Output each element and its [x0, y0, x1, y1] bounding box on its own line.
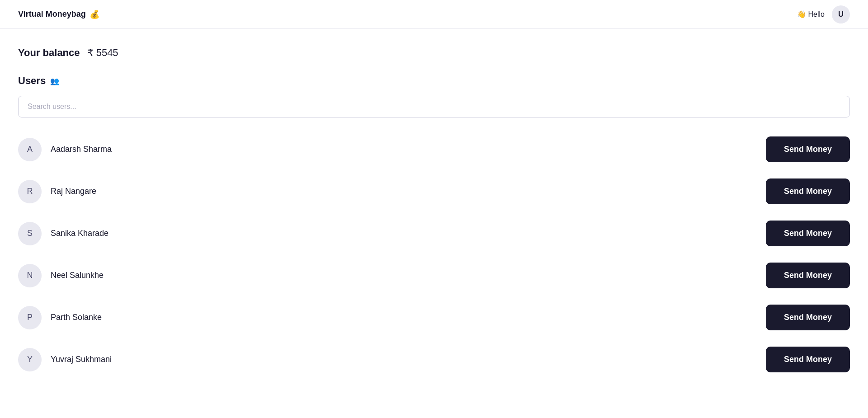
user-row: S Sanika Kharade Send Money: [18, 212, 850, 254]
user-left-5: Y Yuvraj Sukhmani: [18, 348, 112, 371]
user-avatar[interactable]: U: [832, 5, 850, 23]
app-title: Virtual Moneybag 💰: [18, 9, 99, 19]
user-initial-avatar: P: [18, 306, 42, 329]
search-input[interactable]: [18, 96, 850, 117]
user-left-4: P Parth Solanke: [18, 306, 102, 329]
user-name: Aadarsh Sharma: [51, 145, 112, 154]
user-row: R Raj Nangare Send Money: [18, 170, 850, 212]
send-money-button[interactable]: Send Money: [766, 136, 850, 162]
users-section-title: Users 👥: [18, 75, 850, 87]
send-money-button[interactable]: Send Money: [766, 178, 850, 204]
user-initial-avatar: Y: [18, 348, 42, 371]
main-content: Your balance ₹ 5545 Users 👥 A Aadarsh Sh…: [0, 29, 868, 399]
users-emoji: 👥: [50, 77, 59, 85]
greeting-text: 👋 Hello: [797, 10, 825, 19]
balance-section: Your balance ₹ 5545: [18, 47, 850, 59]
user-row: N Neel Salunkhe Send Money: [18, 254, 850, 296]
user-left-0: A Aadarsh Sharma: [18, 138, 112, 161]
user-name: Parth Solanke: [51, 313, 102, 322]
send-money-button[interactable]: Send Money: [766, 263, 850, 288]
header-right: 👋 Hello U: [797, 5, 850, 23]
user-row: A Aadarsh Sharma Send Money: [18, 128, 850, 170]
app-name-text: Virtual Moneybag: [18, 9, 86, 19]
app-header: Virtual Moneybag 💰 👋 Hello U: [0, 0, 868, 29]
user-initial-avatar: A: [18, 138, 42, 161]
user-name: Raj Nangare: [51, 187, 96, 196]
users-label: Users: [18, 75, 46, 87]
balance-amount: ₹ 5545: [87, 47, 118, 59]
send-money-button[interactable]: Send Money: [766, 347, 850, 372]
user-initial-avatar: N: [18, 264, 42, 287]
user-left-3: N Neel Salunkhe: [18, 264, 104, 287]
balance-label: Your balance: [18, 47, 80, 59]
user-left-1: R Raj Nangare: [18, 180, 96, 203]
user-name: Neel Salunkhe: [51, 271, 104, 280]
user-left-2: S Sanika Kharade: [18, 222, 108, 245]
user-name: Yuvraj Sukhmani: [51, 355, 112, 364]
user-initial-avatar: S: [18, 222, 42, 245]
send-money-button[interactable]: Send Money: [766, 305, 850, 330]
users-list: A Aadarsh Sharma Send Money R Raj Nangar…: [18, 128, 850, 380]
app-emoji: 💰: [90, 9, 99, 19]
user-row: Y Yuvraj Sukhmani Send Money: [18, 338, 850, 380]
user-initial-avatar: R: [18, 180, 42, 203]
user-name: Sanika Kharade: [51, 229, 108, 238]
send-money-button[interactable]: Send Money: [766, 221, 850, 246]
search-container: [18, 96, 850, 117]
user-row: P Parth Solanke Send Money: [18, 296, 850, 338]
